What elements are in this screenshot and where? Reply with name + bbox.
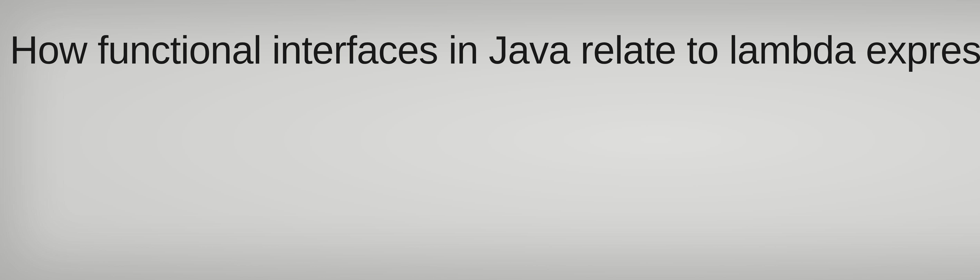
question-text: How functional interfaces in Java relate… [10,27,980,73]
